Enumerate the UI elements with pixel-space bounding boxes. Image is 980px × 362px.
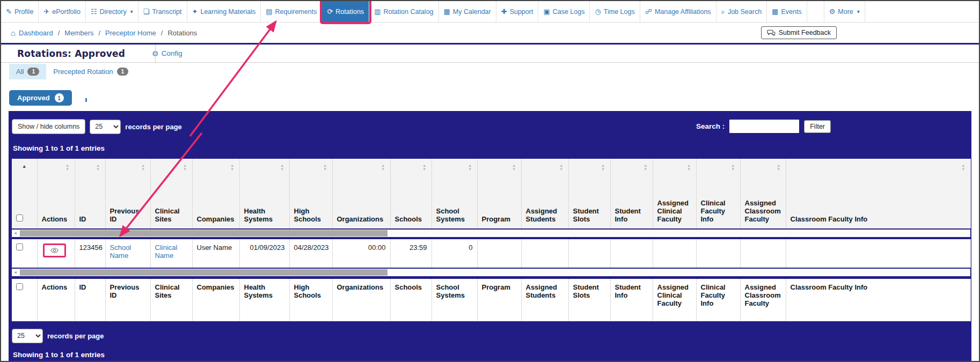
- calendar-icon: ▦: [444, 8, 450, 15]
- job-search-icon: ⌕: [721, 8, 725, 15]
- sort-icon: ▲▼: [230, 164, 234, 171]
- scrollbar-thumb[interactable]: [20, 230, 387, 237]
- nav-item[interactable]: ⟳ Rotations: [322, 1, 369, 22]
- select-all-checkbox[interactable]: [16, 215, 23, 221]
- column-header-program[interactable]: ▲▼Program: [477, 159, 521, 228]
- nav-item[interactable]: ▦ My Calendar: [439, 1, 496, 22]
- page-size-select[interactable]: 25: [90, 120, 121, 134]
- sort-icon: ▲▼: [65, 164, 69, 171]
- breadcrumb-item[interactable]: / Rotations: [156, 29, 198, 37]
- column-header-assigned-students[interactable]: ▲▼Assigned Students: [521, 159, 568, 228]
- breadcrumb-item[interactable]: / ⌂ Dashboard: [11, 28, 53, 38]
- approved-filter-button[interactable]: Approved 1: [9, 90, 72, 106]
- nav-item[interactable]: ▣ Case Logs: [538, 1, 590, 22]
- nav-item[interactable]: ✦ Learning Materials: [187, 1, 261, 22]
- sort-icon: ▲▼: [643, 164, 647, 171]
- footer-previous-id: Previous ID: [105, 278, 150, 321]
- nav-item[interactable]: ☷ Directory ▾: [86, 1, 138, 22]
- column-label: Health Systems: [244, 207, 285, 223]
- column-header-id[interactable]: ▲▼ID: [75, 159, 105, 228]
- nav-item[interactable]: ✚ Support: [496, 1, 539, 22]
- column-header-actions[interactable]: ▲▼Actions: [37, 159, 75, 228]
- nav-item[interactable]: ◷ Time Logs: [590, 1, 640, 22]
- table-row[interactable]: 123456School NameClinical NameUser Name0…: [12, 239, 970, 268]
- column-header-assigned-classroom-faculty[interactable]: ▲▼Assigned Classroom Faculty: [740, 159, 786, 228]
- file-icon: ❏: [143, 8, 150, 15]
- footer-id: ID: [75, 278, 105, 321]
- cell-high-schools: 04/28/2023: [289, 239, 332, 268]
- row-checkbox[interactable]: [16, 243, 23, 250]
- breadcrumb: / ⌂ Dashboard / Members / Preceptor Home: [11, 28, 197, 38]
- column-header-health-systems[interactable]: ▲▼Health Systems: [239, 159, 289, 228]
- column-label: Organizations: [337, 215, 386, 223]
- tab-bar: All 1 Precepted Rotation 1: [9, 64, 979, 79]
- footer-schools: Schools: [390, 278, 432, 321]
- tab[interactable]: Precepted Rotation 1: [46, 64, 135, 79]
- tab[interactable]: All 1: [9, 64, 46, 79]
- nav-item[interactable]: ▥ Rotation Catalog: [369, 1, 438, 22]
- column-header-student-info[interactable]: ▲▼Student Info: [610, 159, 653, 228]
- cell-actions: [37, 239, 75, 268]
- column-label: High Schools: [294, 207, 328, 223]
- footer-select: [12, 278, 37, 321]
- count-badge: 1: [117, 68, 129, 76]
- view-rotation-button[interactable]: [43, 243, 66, 257]
- footer-classroom-faculty-info: Classroom Faculty Info: [786, 278, 970, 321]
- gear-icon: ⚙: [829, 8, 836, 15]
- column-header-schools[interactable]: ▲▼Schools: [390, 159, 432, 228]
- breadcrumb-item[interactable]: / Preceptor Home: [93, 29, 156, 37]
- nav-item[interactable]: ⚙ More ▾: [824, 1, 865, 22]
- scroll-left-arrow-icon[interactable]: ◄: [13, 270, 17, 274]
- sort-icon: ▲▼: [280, 164, 284, 171]
- footer-select-checkbox[interactable]: [16, 283, 23, 290]
- scroll-left-arrow-icon[interactable]: ◄: [13, 231, 17, 235]
- page-size-select-bottom[interactable]: 25: [12, 329, 43, 343]
- column-header-organizations[interactable]: ▲▼Organizations: [332, 159, 390, 228]
- briefcase-icon: ▣: [543, 8, 550, 15]
- sort-icon: ▲▼: [323, 164, 327, 171]
- nav-item[interactable]: ⌕ Job Search: [716, 1, 767, 22]
- nav-item[interactable]: ✈ ePortfolio: [39, 1, 86, 22]
- clinical-site-link[interactable]: Clinical Name: [155, 243, 178, 260]
- nav-item[interactable]: ☍ Manage Affiliations: [640, 1, 716, 22]
- show-hide-columns-button[interactable]: Show / hide columns: [12, 119, 85, 134]
- submit-feedback-button[interactable]: Submit Feedback: [761, 26, 837, 39]
- cell-school-systems: 0: [432, 239, 477, 268]
- footer-school-systems: School Systems: [432, 278, 477, 321]
- nav-item[interactable]: ▦ Events: [767, 1, 807, 22]
- end-date-cell: 04/28/2023: [294, 243, 329, 252]
- column-header-companies[interactable]: ▲▼Companies: [192, 159, 239, 228]
- column-label: Assigned Clinical Faculty: [657, 199, 692, 223]
- column-header-high-schools[interactable]: ▲▼High Schools: [289, 159, 332, 228]
- footer-student-slots: Student Slots: [568, 278, 610, 321]
- column-header-school-systems[interactable]: ▲▼School Systems: [432, 159, 477, 228]
- footer-actions: Actions: [37, 278, 75, 321]
- search-input[interactable]: [729, 120, 799, 133]
- sync-icon: ⟳: [327, 8, 333, 15]
- breadcrumb-item[interactable]: / Members: [53, 29, 94, 37]
- column-label: Actions: [42, 215, 70, 223]
- nav-filler: [865, 1, 979, 22]
- column-header-clinical-sites[interactable]: ▲▼Clinical Sites: [150, 159, 192, 228]
- cell-id: 123456: [75, 239, 105, 268]
- nav-item[interactable]: [807, 1, 824, 22]
- eye-icon: [50, 247, 59, 254]
- column-header-student-slots[interactable]: ▲▼Student Slots: [568, 159, 610, 228]
- column-label: School Systems: [436, 207, 473, 223]
- filter-button[interactable]: Filter: [804, 120, 831, 133]
- scrollbar-thumb[interactable]: [20, 269, 387, 276]
- nav-item[interactable]: ▤ Requirements: [261, 1, 322, 22]
- column-label: Clinical Faculty Info: [701, 199, 736, 223]
- column-label: Clinical Sites: [155, 207, 188, 223]
- column-header-select[interactable]: ▲: [12, 159, 37, 228]
- column-header-previous-id[interactable]: ▲▼Previous ID: [105, 159, 150, 228]
- column-header-classroom-faculty-info[interactable]: ▲▼Classroom Faculty Info: [786, 159, 970, 228]
- column-header-assigned-clinical-faculty[interactable]: ▲▼Assigned Clinical Faculty: [653, 159, 696, 228]
- table-data-row: 123456School NameClinical NameUser Name0…: [12, 238, 971, 268]
- previous-id-link[interactable]: School Name: [110, 243, 131, 260]
- config-link[interactable]: ⚙︎ Config: [152, 49, 182, 58]
- column-header-clinical-faculty-info[interactable]: ▲▼Clinical Faculty Info: [696, 159, 740, 228]
- cell-program: [477, 239, 521, 268]
- nav-item[interactable]: ✎ Profile: [1, 1, 39, 22]
- nav-item[interactable]: ❏ Transcript: [138, 1, 187, 22]
